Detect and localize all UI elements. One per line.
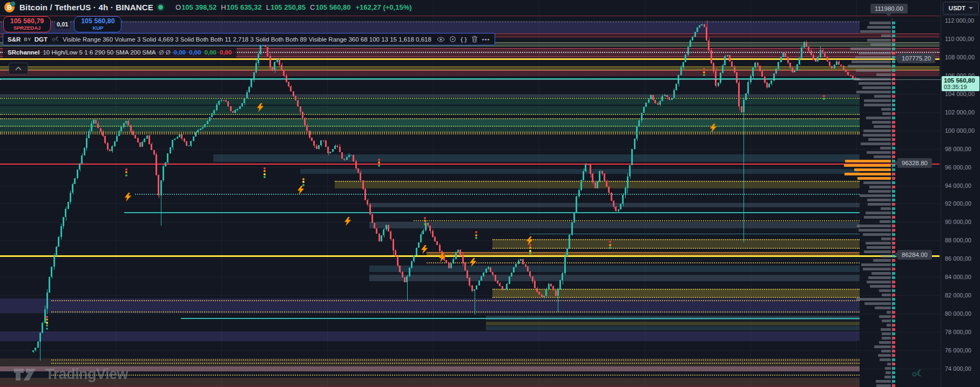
candle-wick bbox=[841, 64, 842, 67]
candle-body bbox=[782, 53, 784, 57]
candle-body bbox=[701, 24, 702, 26]
volume-profile-delta-tip bbox=[892, 190, 895, 193]
price-scale-label: 98 000,00 bbox=[945, 146, 971, 152]
tradingview-watermark-text: TradingView bbox=[45, 366, 128, 383]
chart-header: B Bitcoin / TetherUS · 4h · BINANCE O105… bbox=[4, 0, 412, 14]
visibility-icon[interactable] bbox=[437, 37, 445, 42]
candle-wick bbox=[163, 165, 164, 182]
price-axis[interactable]: USDT 112 000,00110 000,00108 000,00106 0… bbox=[941, 0, 980, 387]
candle-body bbox=[91, 124, 92, 131]
candle-wick bbox=[677, 84, 677, 91]
lightning-bolt-icon bbox=[526, 236, 533, 245]
candle-wick bbox=[270, 53, 271, 71]
grid-line-horizontal bbox=[0, 21, 941, 21]
chart-canvas[interactable]: TradingView ☼☾ bbox=[0, 0, 941, 387]
candle-wick bbox=[758, 62, 758, 66]
volume-profile-delta-tip bbox=[892, 130, 895, 132]
volume-profile-bar bbox=[882, 294, 891, 296]
candle-body bbox=[827, 57, 828, 62]
candle-body bbox=[736, 72, 738, 83]
candle-wick bbox=[147, 135, 147, 139]
volume-profile-delta-tip bbox=[892, 302, 895, 305]
grid-line-horizontal bbox=[0, 149, 941, 150]
settings-icon[interactable] bbox=[449, 36, 456, 43]
buy-button[interactable]: 105 560,80 KUP bbox=[74, 16, 121, 32]
grid-line-horizontal bbox=[0, 203, 941, 204]
volume-profile-bar bbox=[881, 237, 891, 240]
candle-wick bbox=[565, 254, 565, 275]
candle-body bbox=[386, 225, 387, 229]
candle-body bbox=[520, 259, 522, 260]
signal-dot bbox=[529, 247, 531, 249]
candle-wick bbox=[670, 97, 670, 100]
candle-body bbox=[111, 146, 113, 151]
candle-body bbox=[53, 256, 55, 267]
market-status-icon[interactable] bbox=[158, 5, 163, 10]
candle-wick bbox=[525, 264, 526, 267]
currency-selector[interactable]: USDT bbox=[943, 2, 979, 15]
signal-dot bbox=[424, 220, 426, 222]
candle-body bbox=[548, 284, 550, 289]
delete-icon[interactable] bbox=[471, 36, 478, 43]
candle-body bbox=[722, 65, 724, 73]
candle-body bbox=[186, 141, 187, 146]
candle-body bbox=[84, 148, 85, 155]
candle-body bbox=[213, 110, 215, 113]
volume-profile-bar bbox=[863, 134, 891, 137]
candle-wick bbox=[86, 135, 87, 151]
candle-wick bbox=[609, 186, 610, 194]
candle-wick bbox=[275, 61, 275, 73]
volume-profile-bar bbox=[862, 86, 891, 89]
volume-profile-bar bbox=[881, 255, 891, 257]
candle-wick bbox=[790, 63, 790, 69]
volume-profile-delta-tip bbox=[892, 194, 895, 197]
candle-body bbox=[144, 139, 145, 142]
volume-profile-delta-tip bbox=[892, 86, 895, 89]
candle-body bbox=[300, 106, 301, 112]
volume-profile-bar bbox=[876, 380, 891, 383]
candle-body bbox=[469, 278, 470, 286]
candle-body bbox=[699, 25, 700, 28]
candle-body bbox=[158, 175, 159, 195]
candle-body bbox=[545, 289, 547, 296]
candle-wick bbox=[100, 127, 101, 132]
candle-body bbox=[49, 277, 50, 293]
price-line-layer bbox=[0, 0, 941, 387]
candle-body bbox=[318, 145, 320, 148]
candle-wick bbox=[305, 118, 306, 126]
candle-wick bbox=[344, 159, 345, 161]
signal-dot bbox=[46, 324, 48, 327]
symbol-title[interactable]: Bitcoin / TetherUS · 4h · BINANCE bbox=[19, 3, 153, 12]
candle-wick bbox=[535, 280, 535, 288]
more-options-icon[interactable]: ••• bbox=[482, 36, 490, 43]
indicator-legend-srchannel[interactable]: SRchannel 10 High/Low 5 1 6 290 50 SMA 2… bbox=[3, 46, 236, 58]
indicator-legend-sr-dgt[interactable]: S&R BY DGT ☼☾ Visible Range 360 Volume 3… bbox=[3, 33, 495, 45]
sr-zone bbox=[492, 289, 860, 298]
candle-body bbox=[525, 264, 526, 267]
sr-zone bbox=[0, 118, 860, 127]
candle-wick bbox=[47, 289, 48, 315]
candle-body bbox=[353, 155, 354, 161]
signal-dot bbox=[263, 176, 266, 178]
sell-button[interactable]: 105 560,79 SPRZEDAJ bbox=[3, 16, 51, 32]
sr-zone bbox=[486, 316, 860, 320]
price-scale-label: 96 000,00 bbox=[945, 164, 971, 171]
indicator-params: Visible Range 360 Volume 3 Solid 4,669 3… bbox=[63, 36, 431, 43]
candle-wick bbox=[574, 212, 575, 223]
source-code-icon[interactable]: { } bbox=[461, 36, 467, 43]
candle-wick bbox=[40, 332, 40, 361]
candle-wick bbox=[458, 249, 458, 252]
grid-line-horizontal bbox=[0, 350, 941, 351]
candle-body bbox=[390, 232, 391, 239]
candle-body bbox=[448, 263, 450, 268]
volume-profile-bar bbox=[887, 311, 891, 314]
candle-wick bbox=[665, 94, 665, 96]
bitcoin-logo-icon[interactable]: B bbox=[4, 2, 15, 12]
candle-wick bbox=[832, 66, 833, 69]
candle-body bbox=[490, 267, 491, 273]
candle-wick bbox=[136, 135, 136, 139]
candle-wick bbox=[421, 232, 422, 242]
candle-wick bbox=[293, 91, 294, 97]
legend-collapse-button[interactable] bbox=[9, 63, 28, 74]
candle-body bbox=[675, 84, 677, 90]
